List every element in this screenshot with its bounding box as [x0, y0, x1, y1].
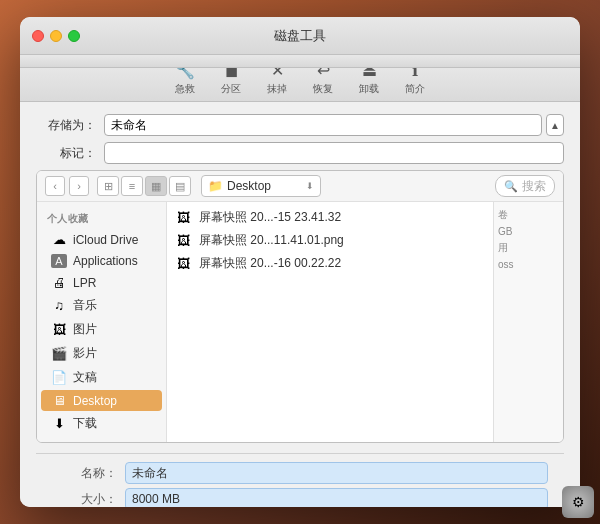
save-as-row: 存储为： ▲: [36, 114, 564, 136]
right-panel: 卷 GB 用 oss: [493, 202, 563, 442]
browser-toolbar: ‹ › ⊞ ≡ ▦ ▤ 📁 Desktop ⬇ 🔍 搜索: [37, 171, 563, 202]
main-content: 存储为： ▲ 标记： ‹ › ⊞ ≡ ▦ ▤: [20, 102, 580, 507]
bottom-form: 名称： 未命名 大小： 8000 MB 格式： Mac OS 扩展（日志式） ⬆…: [36, 453, 564, 507]
right-panel-vol: 卷: [498, 208, 559, 222]
disk-utility-window: 磁盘工具 🔧 急救 ◼ 分区 ✕ 抹掉 ↩ 恢复 ⏏ 卸载 ℹ 简介: [20, 17, 580, 507]
size-label: 大小：: [52, 491, 117, 508]
search-placeholder: 搜索: [522, 178, 546, 195]
save-as-input-wrapper: ▲: [104, 114, 564, 136]
pictures-icon: 🖼: [51, 322, 67, 337]
tag-input-wrapper: [104, 142, 564, 164]
search-box[interactable]: 🔍 搜索: [495, 175, 555, 197]
documents-icon: 📄: [51, 370, 67, 385]
file-list: 🖼 屏幕快照 20...-15 23.41.32 🖼 屏幕快照 20...11.…: [167, 202, 493, 442]
file-icon-0: 🖼: [177, 210, 193, 225]
file-item-1[interactable]: 🖼 屏幕快照 20...11.41.01.png: [167, 229, 493, 252]
sidebar-item-documents[interactable]: 📄 文稿: [41, 366, 162, 389]
tag-label: 标记：: [36, 145, 96, 162]
sidebar: 个人收藏 ☁ iCloud Drive A Applications 🖨 LPR: [37, 202, 167, 442]
icon-view-button[interactable]: ⊞: [97, 176, 119, 196]
name-value[interactable]: 未命名: [125, 462, 548, 484]
sidebar-item-movies[interactable]: 🎬 影片: [41, 342, 162, 365]
sidebar-item-pictures[interactable]: 🖼 图片: [41, 318, 162, 341]
sidebar-item-music[interactable]: ♫ 音乐: [41, 294, 162, 317]
file-item-2[interactable]: 🖼 屏幕快照 20...-16 00.22.22: [167, 252, 493, 275]
location-dropdown[interactable]: 📁 Desktop ⬇: [201, 175, 321, 197]
back-button[interactable]: ‹: [45, 176, 65, 196]
lpr-icon: 🖨: [51, 275, 67, 290]
sidebar-item-desktop[interactable]: 🖥 Desktop: [41, 390, 162, 411]
name-row: 名称： 未命名: [52, 462, 548, 484]
location-arrow-icon: ⬇: [306, 181, 314, 191]
list-view-button[interactable]: ≡: [121, 176, 143, 196]
right-panel-used: 用: [498, 241, 559, 255]
size-value[interactable]: 8000 MB: [125, 488, 548, 507]
browser-body: 个人收藏 ☁ iCloud Drive A Applications 🖨 LPR: [37, 202, 563, 442]
sidebar-section-label: 个人收藏: [37, 208, 166, 228]
size-row: 大小： 8000 MB: [52, 488, 548, 507]
tag-input[interactable]: [104, 142, 564, 164]
search-icon: 🔍: [504, 180, 518, 193]
titlebar: 磁盘工具: [20, 17, 580, 55]
applications-icon: A: [51, 254, 67, 268]
file-browser: ‹ › ⊞ ≡ ▦ ▤ 📁 Desktop ⬇ 🔍 搜索: [36, 170, 564, 443]
sidebar-item-downloads[interactable]: ⬇ 下载: [41, 412, 162, 435]
location-folder-icon: 📁: [208, 179, 223, 193]
maximize-button[interactable]: [68, 30, 80, 42]
save-as-input[interactable]: [104, 114, 542, 136]
downloads-icon: ⬇: [51, 416, 67, 431]
forward-button[interactable]: ›: [69, 176, 89, 196]
column-view-button[interactable]: ▦: [145, 176, 167, 196]
file-icon-2: 🖼: [177, 256, 193, 271]
sidebar-item-applications[interactable]: A Applications: [41, 251, 162, 271]
tag-row: 标记：: [36, 142, 564, 164]
save-as-label: 存储为：: [36, 117, 96, 134]
sidebar-item-lpr[interactable]: 🖨 LPR: [41, 272, 162, 293]
desktop-icon-sidebar: 🖥: [51, 393, 67, 408]
minimize-button[interactable]: [50, 30, 62, 42]
desktop-widget-icon: ⚙: [562, 486, 594, 518]
file-item-0[interactable]: 🖼 屏幕快照 20...-15 23.41.32: [167, 206, 493, 229]
name-label: 名称：: [52, 465, 117, 482]
file-icon-1: 🖼: [177, 233, 193, 248]
save-as-chevron[interactable]: ▲: [546, 114, 564, 136]
sidebar-item-icloud[interactable]: ☁ iCloud Drive: [41, 229, 162, 250]
location-text: Desktop: [227, 179, 302, 193]
icloud-icon: ☁: [51, 232, 67, 247]
right-panel-oss: oss: [498, 259, 559, 270]
traffic-lights: [32, 30, 80, 42]
gallery-view-button[interactable]: ▤: [169, 176, 191, 196]
close-button[interactable]: [32, 30, 44, 42]
movies-icon: 🎬: [51, 346, 67, 361]
right-panel-gb: GB: [498, 226, 559, 237]
music-icon: ♫: [51, 298, 67, 313]
window-title: 磁盘工具: [274, 27, 326, 45]
view-buttons: ⊞ ≡ ▦ ▤: [97, 176, 191, 196]
